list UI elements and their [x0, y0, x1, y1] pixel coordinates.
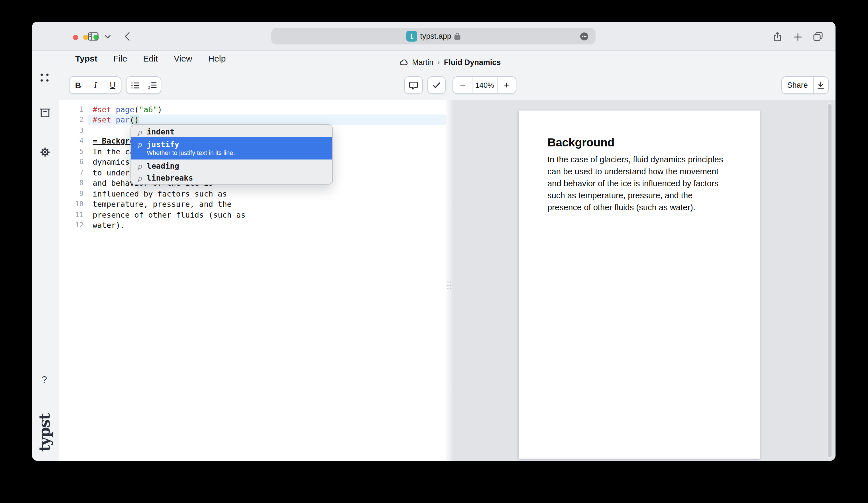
code-text: water).	[93, 220, 125, 230]
browser-window: t typst.app	[32, 22, 836, 461]
line-number: 10	[59, 199, 83, 209]
menu-typst[interactable]: Typst	[75, 54, 97, 63]
parameter-icon: p	[136, 162, 143, 170]
help-button[interactable]: ?	[42, 374, 47, 386]
typst-logo: typst	[36, 418, 53, 452]
share-button[interactable]: Share	[782, 77, 813, 93]
menu-view[interactable]: View	[174, 54, 192, 63]
url-bar[interactable]: t typst.app	[271, 28, 596, 44]
line-number: 9	[59, 188, 83, 199]
lock-icon	[454, 32, 461, 40]
code-line-9[interactable]: 9influenced by factors such as	[59, 188, 445, 199]
dashboard-grid-icon[interactable]	[40, 73, 50, 83]
breadcrumb: Martin › Fluid Dynamics	[400, 58, 501, 67]
share-page-icon[interactable]	[773, 32, 781, 42]
autocomplete-item-leading[interactable]: pleading	[131, 159, 332, 171]
parameter-icon: p	[136, 128, 143, 136]
scrollbar-thumb[interactable]	[828, 104, 831, 458]
autocomplete-label: indent	[147, 127, 175, 136]
page-options-icon[interactable]	[580, 32, 588, 40]
autocomplete-label: leading	[147, 161, 179, 170]
autocomplete-description: Whether to justify text in its line.	[147, 149, 326, 157]
bold-button[interactable]: B	[70, 77, 87, 93]
autocomplete-item-linebreaks[interactable]: plinebreaks	[131, 171, 332, 184]
breadcrumb-project[interactable]: Martin	[412, 58, 433, 67]
line-number: 2	[59, 115, 83, 125]
preview-pane: Background In the case of glaciers, flui…	[453, 100, 836, 461]
breadcrumb-separator: ›	[437, 58, 440, 67]
line-number: 8	[59, 178, 83, 188]
tab-overview-icon[interactable]	[813, 32, 823, 41]
autocomplete-item-indent[interactable]: pindent	[131, 125, 332, 137]
sidebar-toggle-icon[interactable]	[88, 32, 99, 41]
preview-scrollbar[interactable]	[828, 103, 831, 459]
svg-text:1: 1	[148, 82, 150, 85]
code-text: temperature, pressure, and the	[93, 199, 232, 209]
italic-button[interactable]: I	[87, 77, 104, 93]
menu-help[interactable]: Help	[208, 54, 226, 63]
parameter-icon: p	[136, 174, 143, 182]
url-text: typst.app	[420, 32, 451, 40]
share-group: Share	[781, 76, 829, 94]
autocomplete-dropdown: pindentpjustifyWhether to justify text i…	[130, 124, 332, 185]
code-line-11[interactable]: 11presence of other fluids (such as	[59, 209, 445, 220]
browser-titlebar: t typst.app	[32, 22, 836, 51]
parameter-icon: p	[136, 141, 143, 149]
autocomplete-label: justify	[147, 139, 179, 149]
gear-icon[interactable]	[40, 147, 50, 157]
line-number: 4	[59, 136, 83, 146]
code-line-1[interactable]: 1#set page("a6")	[59, 104, 445, 115]
comments-group	[404, 76, 423, 94]
list-group: 1 2	[126, 76, 161, 94]
text-style-group: B I U	[69, 76, 121, 94]
bullet-list-button[interactable]	[126, 77, 144, 93]
zoom-in-button[interactable]: +	[497, 77, 516, 93]
download-icon[interactable]	[813, 77, 828, 93]
code-text: #set page("a6")	[93, 104, 162, 115]
line-number: 7	[59, 167, 83, 178]
code-line-12[interactable]: 12water).	[59, 220, 445, 230]
autocomplete-item-justify[interactable]: pjustifyWhether to justify text in its l…	[131, 137, 332, 159]
zoom-out-button[interactable]: −	[453, 77, 472, 93]
app-menubar: TypstFileEditViewHelp	[75, 54, 226, 63]
document-heading: Background	[547, 136, 614, 149]
minimize-window-button[interactable]	[83, 34, 88, 40]
line-number: 12	[59, 220, 83, 230]
files-box-icon[interactable]	[39, 108, 51, 118]
back-button[interactable]	[124, 32, 130, 41]
numbered-list-button[interactable]: 1 2	[144, 77, 161, 93]
new-tab-icon[interactable]	[794, 33, 802, 41]
document-page: Background In the case of glaciers, flui…	[518, 111, 760, 459]
line-number: 1	[59, 104, 83, 115]
line-number: 6	[59, 157, 83, 167]
line-number: 11	[59, 209, 83, 220]
line-number: 3	[59, 125, 83, 136]
cloud-icon	[400, 59, 408, 65]
site-favicon: t	[406, 31, 417, 42]
svg-text:2: 2	[148, 86, 150, 89]
zoom-control: − 140% +	[453, 76, 516, 94]
code-text: influenced by factors such as	[93, 188, 227, 199]
screen: t typst.app	[0, 0, 868, 503]
checkmark-icon[interactable]	[428, 77, 445, 93]
line-number: 5	[59, 146, 83, 157]
zoom-level[interactable]: 140%	[472, 77, 497, 93]
menu-file[interactable]: File	[113, 54, 127, 63]
compile-status-group	[427, 76, 446, 94]
code-text: presence of other fluids (such as	[93, 209, 245, 220]
autocomplete-label: linebreaks	[147, 173, 193, 182]
code-line-2[interactable]: 2#set par()	[59, 115, 445, 125]
close-window-button[interactable]	[73, 34, 78, 40]
code-text: #set par()	[93, 115, 139, 125]
underline-button[interactable]: U	[104, 77, 121, 93]
divider	[103, 31, 103, 42]
drag-handle-icon	[447, 281, 451, 290]
pane-resizer[interactable]	[446, 100, 453, 461]
comment-icon[interactable]	[405, 77, 422, 93]
breadcrumb-document-title[interactable]: Fluid Dynamics	[444, 58, 501, 67]
document-paragraph: In the case of glaciers, fluid dynamics …	[547, 154, 727, 213]
chevron-down-icon[interactable]	[105, 35, 111, 39]
code-line-10[interactable]: 10temperature, pressure, and the	[59, 199, 445, 209]
menu-edit[interactable]: Edit	[143, 54, 158, 63]
